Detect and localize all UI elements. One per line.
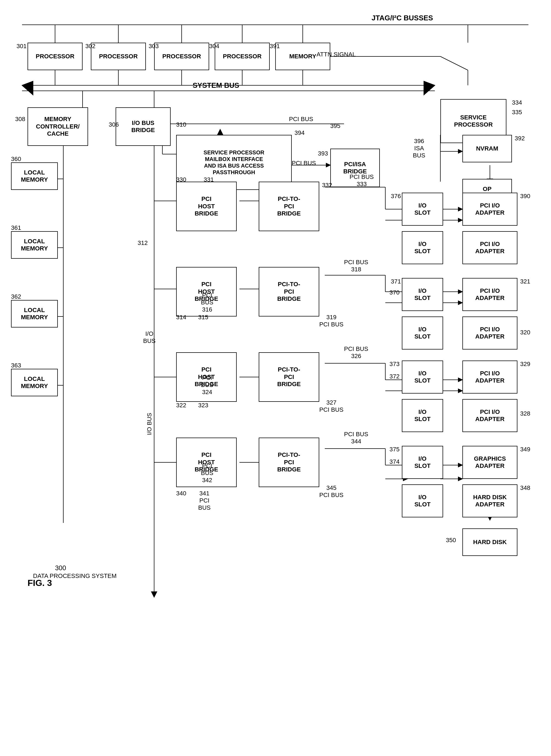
ref-319: 319PCI BUS	[319, 314, 344, 328]
ref-328: 328	[520, 410, 530, 417]
pci-pci3-box: PCI-TO- PCI BRIDGE	[259, 352, 319, 402]
pci-bus-324: PCIBUS324	[201, 374, 213, 396]
processor1-box: PROCESSOR	[28, 43, 83, 70]
processor2-box: PROCESSOR	[91, 43, 146, 70]
ref-303: 303	[149, 43, 159, 50]
svg-marker-91	[458, 477, 462, 481]
svg-marker-100	[151, 592, 157, 597]
ref-335: 335	[512, 109, 522, 116]
ref-390: 390	[520, 193, 530, 200]
io-bus-vert-label: I/O BUS	[146, 413, 153, 435]
io-slot1a-box: I/O SLOT	[402, 193, 443, 226]
ref-340: 340	[176, 490, 186, 497]
io-slot3a-box: I/O SLOT	[402, 360, 443, 394]
ref-360: 360	[11, 155, 21, 163]
attn-signal-label: ATTN SIGNAL	[317, 51, 356, 58]
pci-bus-316: PCIBUS316	[201, 292, 213, 313]
local-mem3-box: LOCAL MEMORY	[11, 300, 58, 327]
pci-io3b-box: PCI I/O ADAPTER	[462, 399, 517, 432]
ref-332: 332	[322, 182, 332, 189]
io-bus-label: I/OBUS	[143, 330, 155, 344]
pci-bus-333: PCI BUS333	[350, 173, 374, 188]
system-bus-label: SYSTEM BUS	[193, 81, 239, 90]
ref-306: 306	[109, 121, 119, 128]
ref-314: 314	[176, 314, 186, 321]
ref-391: 391	[270, 43, 280, 50]
svg-marker-75	[458, 378, 462, 382]
svg-marker-34	[217, 129, 223, 135]
ref-302: 302	[85, 43, 95, 50]
ref-371: 371	[391, 278, 401, 285]
svg-marker-49	[458, 218, 462, 222]
pci-bus-label-top: PCI BUS	[289, 116, 313, 123]
pci-bus-342: PCIBUS342	[201, 462, 213, 484]
pci-bus-318: PCI BUS318	[344, 259, 368, 273]
jtag-label: JTAG/I²C BUSSES	[372, 14, 433, 22]
io-slot4b-box: I/O SLOT	[402, 484, 443, 517]
ref-394: 394	[295, 129, 305, 136]
ref-393: 393	[318, 150, 328, 157]
svg-marker-28	[458, 149, 462, 153]
svg-marker-63	[458, 301, 462, 305]
svg-marker-10	[424, 81, 435, 95]
io-bus-bridge-box: I/O BUS BRIDGE	[116, 107, 171, 146]
ref-301: 301	[17, 43, 27, 50]
pci-io2a-box: PCI I/O ADAPTER	[462, 278, 517, 311]
ref-370: 370	[390, 289, 400, 296]
ref-372: 372	[390, 373, 400, 380]
pci-bus-326: PCI BUS326	[344, 345, 368, 360]
svg-marker-47	[458, 207, 462, 211]
svg-line-20	[440, 56, 468, 70]
ref-392: 392	[515, 135, 525, 142]
hard-disk-adapter-box: HARD DISK ADAPTER	[462, 484, 517, 517]
ref-373: 373	[390, 360, 400, 368]
ref-320: 320	[520, 329, 530, 336]
ref-329: 329	[520, 360, 530, 368]
io-slot2b-box: I/O SLOT	[402, 316, 443, 349]
ref-310: 310	[176, 121, 186, 128]
hard-disk-box: HARD DISK	[462, 529, 517, 556]
io-slot1b-box: I/O SLOT	[402, 231, 443, 264]
ref-327: 327PCI BUS	[319, 399, 344, 414]
svg-marker-32	[326, 163, 330, 167]
pci-pci2-box: PCI-TO- PCI BRIDGE	[259, 267, 319, 316]
ref-334: 334	[512, 99, 522, 106]
ref-350: 350	[446, 537, 456, 544]
ref-361: 361	[11, 224, 21, 231]
ref-323: 323	[198, 402, 208, 409]
pci-io3a-box: PCI I/O ADAPTER	[462, 360, 517, 394]
io-slot4a-box: I/O SLOT	[402, 446, 443, 479]
ref-322: 322	[176, 402, 186, 409]
figure-desc: DATA PROCESSING SYSTEM	[33, 573, 117, 580]
local-mem1-box: LOCAL MEMORY	[11, 162, 58, 190]
ref-363: 363	[11, 362, 21, 369]
ref-376: 376	[391, 193, 401, 200]
local-mem4-box: LOCAL MEMORY	[11, 369, 58, 396]
svg-marker-89	[458, 463, 462, 467]
io-slot3b-box: I/O SLOT	[402, 399, 443, 432]
ref-312: 312	[138, 239, 148, 246]
pci-io1a-box: PCI I/O ADAPTER	[462, 193, 517, 226]
ref-341: 341PCIBUS	[198, 490, 210, 511]
ref-375: 375	[390, 446, 400, 453]
svg-marker-61	[458, 290, 462, 294]
pci-pci4-box: PCI-TO- PCI BRIDGE	[259, 438, 319, 487]
pci-io1b-box: PCI I/O ADAPTER	[462, 231, 517, 264]
ref-304: 304	[209, 43, 219, 50]
svg-marker-77	[458, 389, 462, 393]
local-mem2-box: LOCAL MEMORY	[11, 231, 58, 259]
ref-345: 345PCI BUS	[319, 484, 344, 499]
memory-controller-box: MEMORY CONTROLLER/ CACHE	[28, 107, 88, 146]
ref-362: 362	[11, 293, 21, 300]
isa-bus-label: 396ISABUS	[413, 138, 425, 159]
ref-349: 349	[520, 446, 530, 453]
processor4-box: PROCESSOR	[215, 43, 270, 70]
pci-pci1-box: PCI-TO- PCI BRIDGE	[259, 182, 319, 231]
io-slot2a-box: I/O SLOT	[402, 278, 443, 311]
ref-374: 374	[390, 458, 400, 466]
pci-bus-label-331: PCI BUS	[292, 160, 316, 167]
ref-308: 308	[15, 116, 25, 123]
ref-395: 395	[330, 122, 341, 130]
processor3-box: PROCESSOR	[154, 43, 209, 70]
ref-315: 315	[198, 314, 208, 321]
